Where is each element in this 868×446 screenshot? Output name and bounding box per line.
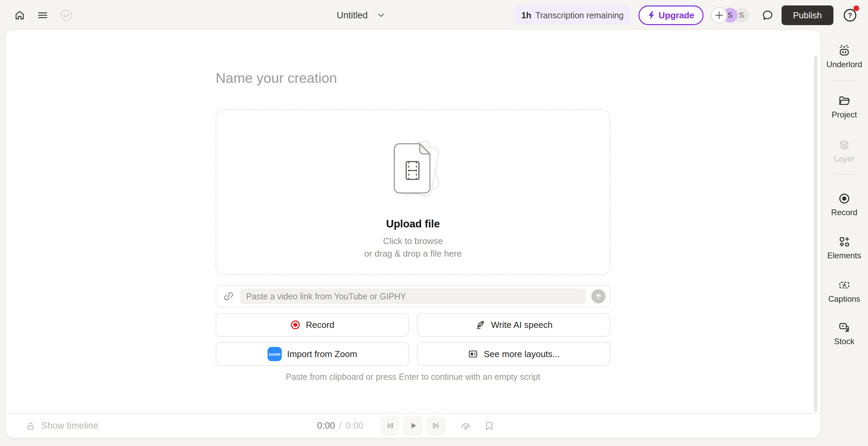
new-project-panel: Upload file Click to browse or drag & dr…: [216, 30, 610, 438]
editor-canvas: Upload file Click to browse or drag & dr…: [5, 30, 821, 438]
help-button[interactable]: ?: [843, 8, 857, 22]
upgrade-label: Upgrade: [658, 10, 694, 21]
see-more-layouts-button[interactable]: See more layouts...: [417, 342, 610, 366]
sidebar-item-captions[interactable]: A Captions: [821, 279, 868, 304]
chevron-down-icon: [377, 11, 386, 20]
home-button[interactable]: [14, 0, 26, 31]
play-icon: [407, 420, 419, 431]
sidebar-divider: [833, 80, 855, 81]
time-separator: /: [339, 421, 342, 431]
record-icon: [838, 192, 851, 205]
arrow-up-icon: [594, 292, 603, 300]
upload-file-dropzone[interactable]: Upload file Click to browse or drag & dr…: [216, 109, 610, 275]
link-icon: [222, 290, 235, 302]
sidebar-item-label: Underlord: [826, 60, 862, 69]
feedback-chat-button[interactable]: [761, 9, 774, 22]
video-link-input[interactable]: [240, 289, 586, 304]
sync-status: [60, 0, 73, 31]
show-timeline-label: Show timeline: [41, 421, 98, 431]
canvas-scrollbar[interactable]: [814, 56, 817, 412]
sidebar-item-project[interactable]: Project: [821, 94, 868, 119]
zoom-logo: zoom: [268, 347, 282, 361]
elements-shapes-icon: [838, 235, 851, 248]
stock-media-icon: [838, 321, 851, 334]
total-time: 0:00: [346, 421, 363, 431]
project-title-dropdown[interactable]: Untitled: [337, 0, 386, 31]
upload-line2: or drag & drop a file here: [364, 247, 462, 260]
quill-icon: [475, 319, 486, 330]
main-menu-button[interactable]: [37, 0, 49, 31]
write-ai-speech-button[interactable]: Write AI speech: [417, 313, 610, 337]
paste-link-row: [216, 285, 610, 308]
folder-icon: [838, 94, 851, 107]
sidebar-item-label: Project: [832, 110, 857, 119]
sidebar-item-record[interactable]: Record: [821, 192, 868, 217]
sidebar-item-label: Captions: [828, 294, 861, 304]
sidebar-item-elements[interactable]: Elements: [821, 235, 868, 260]
current-time: 0:00: [317, 421, 335, 431]
topbar-right-group: 1h Transcription remaining Upgrade S S: [514, 0, 857, 31]
transport-controls: [380, 416, 446, 435]
transcription-label: Transcription remaining: [535, 11, 624, 20]
chat-bubble-icon: [761, 9, 774, 22]
layers-icon: [838, 138, 851, 151]
sidebar-item-label: Layer: [834, 154, 854, 164]
plus-icon: [715, 11, 724, 20]
lightning-bolt-icon: [648, 11, 655, 20]
playback-extras: [459, 414, 495, 438]
import-from-zoom-button[interactable]: zoom Import from Zoom: [216, 342, 409, 366]
sidebar-item-label: Elements: [827, 251, 861, 260]
transcription-remaining-badge: 1h Transcription remaining: [514, 6, 631, 25]
bookmark-icon: [484, 420, 495, 432]
svg-text:A: A: [843, 282, 846, 288]
empty-script-hint: Paste from clipboard or press Enter to c…: [216, 372, 610, 382]
skip-to-start-button[interactable]: [380, 416, 400, 435]
upload-title: Upload file: [386, 218, 440, 230]
time-display: 0:00 / 0:00: [317, 414, 363, 438]
timeline-bar: Show timeline 0:00 / 0:00: [5, 413, 821, 438]
speed-gauge-icon: [459, 420, 472, 432]
sidebar-item-layer: Layer: [821, 138, 868, 164]
record-button[interactable]: Record: [216, 313, 409, 337]
record-dot-icon: [290, 320, 300, 330]
creation-actions: Record Write AI speech zoom Import from …: [216, 313, 610, 366]
robot-icon: [838, 44, 851, 57]
home-icon: [14, 10, 25, 21]
add-collaborator-button[interactable]: [711, 7, 727, 23]
project-title: Untitled: [337, 10, 368, 21]
play-button[interactable]: [403, 416, 423, 435]
sidebar-item-underlord[interactable]: Underlord: [821, 44, 868, 69]
sidebar-item-label: Record: [831, 208, 857, 217]
right-sidebar: Underlord Project Layer: [821, 30, 868, 446]
bookmark-button[interactable]: [484, 420, 495, 432]
notification-dot: [853, 5, 859, 11]
top-bar: Untitled 1h Transcription remaining Upgr…: [0, 0, 868, 31]
playback-speed-button[interactable]: [459, 420, 472, 432]
transcription-hours: 1h: [521, 11, 531, 20]
skip-back-icon: [384, 420, 396, 431]
sidebar-divider: [833, 174, 855, 174]
sidebar-item-stock[interactable]: Stock: [821, 321, 868, 346]
check-circle-icon: [60, 8, 73, 22]
hamburger-menu-icon: [37, 10, 48, 21]
upload-file-illustration: [376, 138, 450, 202]
svg-text:?: ?: [848, 12, 852, 19]
collaborators: S S: [711, 7, 749, 23]
upload-line1: Click to browse: [364, 235, 462, 247]
sidebar-item-label: Stock: [834, 337, 854, 346]
skip-to-end-button[interactable]: [426, 416, 446, 435]
creation-name-input[interactable]: [216, 68, 610, 88]
show-timeline-button[interactable]: Show timeline: [25, 414, 98, 438]
show-timeline-icon: [25, 421, 36, 431]
skip-forward-icon: [430, 420, 442, 431]
upgrade-button[interactable]: Upgrade: [638, 5, 703, 25]
captions-icon: A: [838, 279, 851, 292]
layouts-icon: [468, 349, 478, 359]
publish-button[interactable]: Publish: [782, 5, 833, 25]
submit-link-button[interactable]: [591, 289, 606, 303]
